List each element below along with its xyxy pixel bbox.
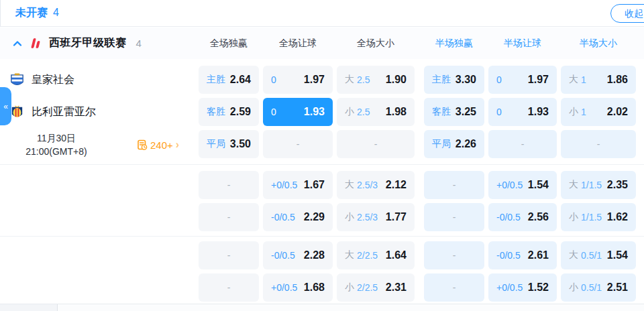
odds-cell-half-handicap[interactable]: +0/0.51.54 — [488, 171, 557, 199]
odds-label-group: 小1/1.5 — [569, 211, 602, 223]
odds-label: 平局 — [432, 138, 451, 150]
col-header-half-handicap[interactable]: 半场让球 — [488, 38, 557, 50]
odds-value: 2.28 — [304, 249, 325, 261]
odds-label-group: 小0.5/1 — [569, 282, 602, 294]
odds-cell-full-handicap[interactable]: 01.97 — [263, 66, 333, 94]
column-spacer — [419, 130, 420, 158]
league-count: 4 — [136, 38, 142, 49]
odds-cell-full-handicap[interactable]: +0/0.51.67 — [263, 171, 333, 199]
odds-label: 0 — [496, 74, 502, 85]
odds-cell-full-handicap[interactable]: +0/0.51.68 — [263, 273, 333, 302]
over-under-line: 2.5 — [357, 74, 370, 85]
odds-cell-full-overunder[interactable]: 小2/2.52.31 — [337, 273, 415, 302]
odds-cell-half-handicap[interactable]: +0/0.51.52 — [488, 273, 557, 302]
over-under-side-label: 小 — [569, 106, 578, 118]
odds-label: 0 — [271, 74, 276, 85]
over-under-side-label: 小 — [345, 106, 354, 118]
odds-cell-half-overunder: - — [561, 130, 636, 158]
match-status: 未开赛 4 — [15, 6, 59, 20]
markets-link[interactable]: 240+ › — [137, 137, 179, 152]
odds-cell-half-handicap[interactable]: 01.97 — [488, 66, 557, 94]
odds-label: +0/0.5 — [271, 180, 297, 190]
collapse-button[interactable]: 收起 — [610, 4, 644, 23]
odds-cell-half-overunder[interactable]: 小12.02 — [561, 98, 636, 126]
odds-label-group: 0 — [271, 107, 276, 117]
odds-cell-full-handicap[interactable]: -0/0.52.28 — [263, 241, 333, 269]
odds-cell-full-handicap[interactable]: 01.93 — [263, 98, 333, 126]
odds-value: 1.54 — [607, 249, 628, 261]
odds-value: 3.25 — [455, 106, 476, 118]
odds-cell-half-1x2: - — [424, 241, 484, 269]
empty-odds-placeholder: - — [227, 180, 231, 190]
odds-cell-full-overunder[interactable]: 大2.5/32.12 — [337, 171, 415, 199]
away-team-row[interactable]: 比利亚雷亚尔 — [9, 98, 96, 126]
odds-label: 平局 — [207, 138, 225, 150]
odds-label: 客胜 — [432, 106, 451, 118]
odds-cell-half-handicap[interactable]: 01.93 — [488, 98, 557, 126]
odds-value: 2.12 — [386, 179, 407, 191]
odds-cell-full-1x2[interactable]: 主胜2.64 — [199, 66, 259, 94]
league-name: 西班牙甲级联赛 — [49, 36, 127, 50]
odds-cell-half-handicap[interactable]: -0/0.52.56 — [488, 203, 557, 231]
odds-cell-full-overunder[interactable]: 小2.5/31.77 — [337, 203, 415, 231]
odds-cell-full-overunder[interactable]: 大2.51.90 — [337, 66, 415, 94]
odds-cell-full-overunder[interactable]: 小2.51.98 — [337, 98, 415, 126]
col-header-half-1x2[interactable]: 半场独赢 — [424, 38, 484, 50]
odds-cell-half-overunder[interactable]: 大11.86 — [561, 66, 636, 94]
column-spacer — [419, 66, 420, 94]
odds-label: +0/0.5 — [271, 282, 297, 293]
odds-label: 主胜 — [432, 74, 451, 86]
col-header-half-overunder[interactable]: 半场大小 — [561, 38, 636, 50]
odds-value: 2.02 — [607, 106, 628, 118]
odds-label-group: -0/0.5 — [271, 250, 295, 261]
odds-cell-half-overunder[interactable]: 小1/1.51.62 — [561, 203, 636, 231]
odds-value: 1.97 — [304, 74, 325, 86]
odds-cell-full-overunder[interactable]: 大2/2.51.64 — [337, 241, 415, 269]
odds-cell-half-1x2[interactable]: 主胜3.30 — [424, 66, 484, 94]
odds-value: 3.50 — [230, 138, 251, 150]
odds-value: 1.98 — [386, 106, 407, 118]
odds-label-group: 平局 — [432, 138, 451, 150]
odds-label-group: 主胜 — [432, 74, 451, 86]
odds-label: 主胜 — [207, 74, 225, 86]
away-team-name: 比利亚雷亚尔 — [32, 105, 96, 119]
odds-value: 2.59 — [230, 106, 251, 118]
odds-cell-full-1x2[interactable]: 客胜2.59 — [199, 98, 259, 126]
chevron-right-icon: › — [176, 139, 179, 150]
over-under-side-label: 小 — [569, 282, 578, 294]
odds-label: -0/0.5 — [271, 212, 295, 223]
league-header-row: 西班牙甲级联赛 4 全场独赢 全场让球 全场大小 半场独赢 半场让球 半场大小 — [0, 27, 644, 59]
column-headers: 全场独赢 全场让球 全场大小 半场独赢 半场让球 半场大小 — [199, 27, 636, 59]
odds-cell-full-handicap[interactable]: -0/0.52.29 — [263, 203, 333, 231]
odds-label-group: 小2/2.5 — [345, 282, 378, 294]
over-under-side-label: 大 — [569, 179, 578, 191]
odds-cell-half-handicap[interactable]: -0/0.52.61 — [488, 241, 557, 269]
odds-label: +0/0.5 — [496, 282, 523, 293]
odds-cell-full-1x2: - — [199, 171, 259, 199]
home-team-name: 皇家社会 — [32, 73, 74, 87]
laliga-logo-icon — [30, 38, 42, 48]
over-under-side-label: 大 — [345, 249, 354, 261]
over-under-side-label: 小 — [569, 211, 578, 223]
odds-label: -0/0.5 — [271, 250, 295, 261]
odds-label-group: -0/0.5 — [496, 250, 521, 261]
column-spacer — [419, 241, 420, 269]
group-separator — [0, 164, 644, 165]
odds-cell-half-overunder[interactable]: 小0.5/12.51 — [561, 273, 636, 302]
chevron-up-icon[interactable] — [12, 38, 23, 49]
topbar: 未开赛 4 收起 — [0, 0, 644, 27]
odds-cell-full-1x2[interactable]: 平局3.50 — [199, 130, 259, 158]
odds-cell-half-overunder[interactable]: 大0.5/11.54 — [561, 241, 636, 269]
odds-value: 1.62 — [607, 211, 628, 223]
status-count: 4 — [53, 7, 59, 19]
odds-label-group: 大2.5/3 — [345, 179, 378, 191]
col-header-full-1x2: 全场独赢 — [199, 38, 259, 50]
home-team-row[interactable]: 皇家社会 — [9, 66, 74, 94]
odds-value: 1.77 — [386, 211, 407, 223]
odds-cell-half-1x2[interactable]: 平局2.26 — [424, 130, 484, 158]
over-under-line: 1/1.5 — [581, 212, 602, 223]
odds-cell-half-1x2[interactable]: 客胜3.25 — [424, 98, 484, 126]
odds-cell-half-overunder[interactable]: 大1/1.52.35 — [561, 171, 636, 199]
odds-label-group: +0/0.5 — [271, 282, 297, 293]
odds-label-group: +0/0.5 — [271, 180, 297, 190]
